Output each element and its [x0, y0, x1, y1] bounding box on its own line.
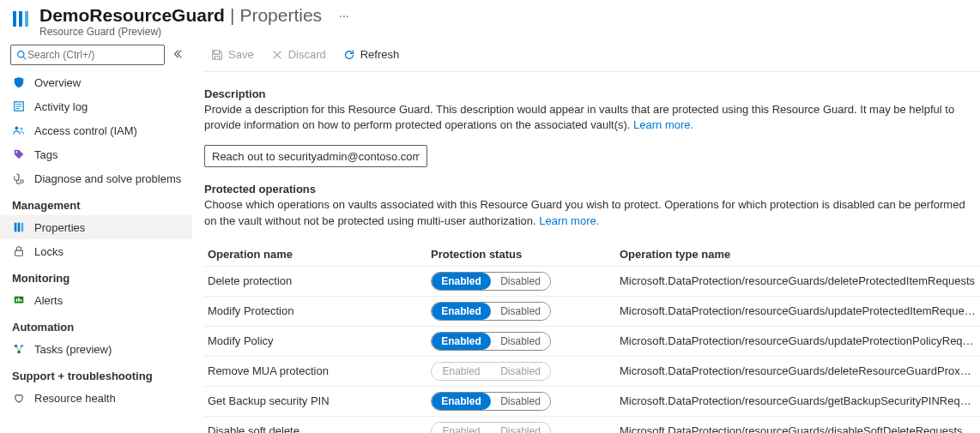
col-operation-type: Operation type name — [620, 248, 977, 261]
sidebar-group-support-troubleshooting: Support + troubleshooting — [0, 361, 192, 386]
table-row: Modify ProtectionEnabledDisabledMicrosof… — [204, 297, 980, 327]
sidebar-item-resource-health[interactable]: Resource health — [0, 386, 192, 410]
table-row: Get Backup security PINEnabledDisabledMi… — [204, 387, 980, 417]
protected-ops-text: Choose which operations on vaults associ… — [204, 197, 980, 228]
col-operation-name: Operation name — [208, 248, 431, 261]
operation-type: Microsoft.DataProtection/resourceGuards/… — [620, 424, 977, 433]
toggle-disabled[interactable]: Disabled — [491, 393, 550, 410]
more-actions-button[interactable]: ··· — [332, 7, 356, 24]
protection-toggle[interactable]: EnabledDisabled — [431, 272, 551, 291]
alerts-icon — [12, 293, 26, 307]
sidebar-item-activity-log[interactable]: Activity log — [0, 94, 192, 118]
protection-toggle[interactable]: EnabledDisabled — [431, 302, 551, 321]
table-header: Operation name Protection status Operati… — [204, 243, 980, 267]
resource-name: DemoResourceGuard — [39, 5, 225, 26]
description-learn-more-link[interactable]: Learn more. — [633, 118, 693, 131]
tasks-icon — [12, 342, 26, 356]
properties-icon — [12, 220, 26, 234]
discard-button[interactable]: Discard — [264, 45, 333, 64]
health-icon — [12, 391, 26, 405]
toggle-enabled[interactable]: Enabled — [432, 393, 491, 410]
lock-icon — [12, 244, 26, 258]
description-input-wrapper[interactable] — [204, 145, 427, 167]
operation-name: Disable soft delete — [208, 424, 431, 433]
operation-type: Microsoft.DataProtection/resourceGuards/… — [620, 304, 977, 317]
operation-type: Microsoft.DataProtection/resourceGuards/… — [620, 274, 977, 287]
toggle-enabled: Enabled — [432, 363, 491, 380]
svg-point-12 — [21, 180, 24, 183]
toggle-enabled: Enabled — [432, 423, 491, 433]
sidebar-item-access-control-iam-[interactable]: Access control (IAM) — [0, 118, 192, 142]
operation-type: Microsoft.DataProtection/resourceGuards/… — [620, 394, 977, 407]
svg-point-23 — [17, 351, 21, 354]
operation-type: Microsoft.DataProtection/resourceGuards/… — [620, 334, 977, 347]
diagnose-icon — [12, 171, 26, 185]
svg-point-9 — [15, 126, 18, 129]
protection-toggle[interactable]: EnabledDisabled — [431, 332, 551, 351]
toggle-enabled[interactable]: Enabled — [432, 303, 491, 320]
sidebar-item-overview[interactable]: Overview — [0, 70, 192, 94]
svg-point-3 — [18, 51, 24, 57]
svg-point-11 — [15, 151, 17, 153]
operation-name: Remove MUA protection — [208, 364, 431, 377]
sidebar-item-label: Activity log — [34, 100, 88, 113]
description-input[interactable] — [212, 150, 420, 163]
svg-rect-20 — [21, 299, 22, 302]
svg-rect-15 — [21, 223, 24, 232]
svg-line-4 — [23, 57, 26, 59]
table-row: Delete protectionEnabledDisabledMicrosof… — [204, 267, 980, 297]
svg-rect-2 — [25, 11, 28, 27]
sidebar-item-locks[interactable]: Locks — [0, 239, 192, 263]
operation-name: Modify Policy — [208, 334, 431, 347]
sidebar-item-alerts[interactable]: Alerts — [0, 288, 192, 312]
protection-toggle: EnabledDisabled — [431, 362, 551, 381]
sidebar-item-tags[interactable]: Tags — [0, 142, 192, 166]
iam-icon — [12, 123, 26, 137]
description-heading: Description — [204, 87, 980, 100]
tag-icon — [12, 147, 26, 161]
toggle-disabled[interactable]: Disabled — [491, 273, 550, 290]
toggle-disabled[interactable]: Disabled — [491, 333, 550, 350]
svg-rect-18 — [16, 298, 18, 302]
sidebar-search[interactable] — [10, 45, 165, 65]
operation-name: Modify Protection — [208, 304, 431, 317]
col-protection-status: Protection status — [431, 248, 620, 261]
sidebar-item-label: Tags — [34, 148, 57, 161]
save-button[interactable]: Save — [204, 45, 261, 64]
protected-ops-learn-more-link[interactable]: Learn more. — [539, 214, 599, 227]
toggle-enabled[interactable]: Enabled — [432, 333, 491, 350]
search-input[interactable] — [27, 49, 159, 61]
refresh-button[interactable]: Refresh — [336, 45, 407, 64]
svg-point-22 — [21, 345, 24, 348]
sidebar-group-automation: Automation — [0, 312, 192, 337]
svg-point-21 — [15, 345, 18, 348]
sidebar-item-properties[interactable]: Properties — [0, 215, 192, 239]
sidebar-item-label: Resource health — [34, 392, 116, 405]
log-icon — [12, 99, 26, 113]
description-text: Provide a description for this Resource … — [204, 102, 980, 133]
svg-rect-1 — [19, 11, 22, 27]
protection-toggle[interactable]: EnabledDisabled — [431, 392, 551, 411]
shield-icon — [12, 75, 26, 89]
sidebar-item-label: Access control (IAM) — [34, 124, 137, 137]
blade-title: Properties — [239, 5, 322, 26]
sidebar-item-label: Overview — [34, 76, 81, 89]
toggle-enabled[interactable]: Enabled — [432, 273, 491, 290]
svg-rect-16 — [15, 250, 23, 256]
title-separator: | — [230, 5, 234, 26]
sidebar-group-monitoring: Monitoring — [0, 263, 192, 288]
sidebar-item-tasks-preview-[interactable]: Tasks (preview) — [0, 337, 192, 361]
operation-name: Delete protection — [208, 274, 431, 287]
operation-type: Microsoft.DataProtection/resourceGuards/… — [620, 364, 977, 377]
protection-toggle: EnabledDisabled — [431, 422, 551, 433]
operation-name: Get Backup security PIN — [208, 394, 431, 407]
protected-ops-heading: Protected operations — [204, 183, 980, 195]
toggle-disabled: Disabled — [491, 423, 550, 433]
sidebar-item-diagnose-and-solve-problems[interactable]: Diagnose and solve problems — [0, 166, 192, 190]
svg-rect-19 — [18, 298, 20, 301]
toggle-disabled[interactable]: Disabled — [491, 303, 550, 320]
table-row: Remove MUA protectionEnabledDisabledMicr… — [204, 357, 980, 387]
toggle-disabled: Disabled — [491, 363, 550, 380]
collapse-sidebar-button[interactable] — [170, 46, 185, 64]
sidebar-item-label: Alerts — [34, 294, 63, 307]
